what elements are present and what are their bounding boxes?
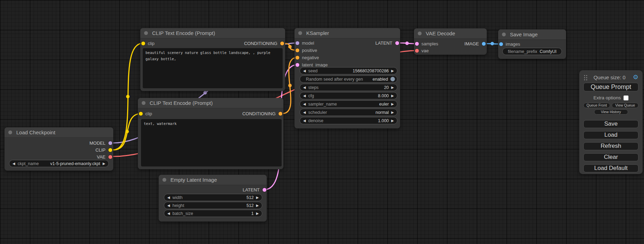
port-label: negative	[302, 55, 319, 60]
port-dot-negative-input[interactable]	[295, 56, 299, 60]
increment-arrow-icon[interactable]: ▶	[391, 86, 394, 89]
decrement-arrow-icon[interactable]: ◀	[303, 111, 306, 114]
port-dot-latent-output[interactable]	[263, 188, 266, 192]
decrement-arrow-icon[interactable]: ◀	[303, 102, 306, 106]
node-title-bar[interactable]: CLIP Text Encode (Prompt)	[138, 98, 283, 108]
node-title-bar[interactable]: Save Image	[498, 29, 566, 40]
increment-arrow-icon[interactable]: ▶	[256, 204, 259, 207]
widget-random-seed-toggle[interactable]: Random seed after every gen enabled	[300, 75, 397, 83]
widget-scheduler[interactable]: ◀ scheduler normal ▶	[300, 109, 397, 116]
widget-batch-size[interactable]: ◀ batch_size 1 ▶	[164, 210, 262, 217]
node-title-label: VAE Decode	[426, 30, 455, 36]
increment-arrow-icon[interactable]: ▶	[391, 119, 394, 123]
widget-value: v1-5-pruned-emaonly.ckpt	[50, 161, 100, 166]
widget-filename-prefix[interactable]: filename_prefix ComfyUI	[502, 48, 562, 55]
node-title-label: Save Image	[510, 31, 538, 37]
node-vae-decode[interactable]: VAE Decode samples vae IMAGE	[414, 28, 487, 55]
increment-arrow-icon[interactable]: ▶	[256, 212, 259, 215]
port-dot-images-input[interactable]	[499, 42, 503, 46]
port-dot-latent-image-input[interactable]	[295, 63, 299, 67]
port-dot-samples-input[interactable]	[415, 42, 419, 46]
node-title-bar[interactable]: CLIP Text Encode (Prompt)	[140, 28, 285, 38]
increment-arrow-icon[interactable]: ▶	[391, 111, 394, 114]
link-dot	[288, 45, 292, 48]
port-dot-clip-output[interactable]	[108, 148, 112, 152]
collapse-dot-icon[interactable]	[142, 101, 145, 105]
widget-sampler-name[interactable]: ◀ sampler_name euler ▶	[300, 100, 397, 108]
collapse-dot-icon[interactable]	[418, 31, 422, 35]
increment-arrow-icon[interactable]: ▶	[391, 94, 394, 98]
decrement-arrow-icon[interactable]: ◀	[167, 212, 170, 215]
widget-seed[interactable]: ◀ seed 156680208700286 ▶	[300, 67, 397, 74]
port-dot-conditioning-output[interactable]	[279, 112, 282, 116]
increment-arrow-icon[interactable]: ▶	[103, 162, 105, 165]
decrement-arrow-icon[interactable]: ◀	[303, 119, 306, 123]
widget-width[interactable]: ◀ width 512 ▶	[164, 194, 262, 201]
node-clip-text-encode-positive[interactable]: CLIP Text Encode (Prompt) clip CONDITION…	[140, 28, 285, 91]
prompt-textarea[interactable]: text, watermark	[141, 119, 282, 166]
collapse-dot-icon[interactable]	[298, 31, 302, 35]
widget-height[interactable]: ◀ height 512 ▶	[164, 202, 262, 209]
node-clip-text-encode-negative[interactable]: CLIP Text Encode (Prompt) clip CONDITION…	[138, 98, 283, 169]
clear-button[interactable]: Clear	[583, 153, 638, 161]
node-graph-canvas[interactable]: Load Checkpoint MODEL CLIP VAE ◀ ckpt_na…	[0, 0, 644, 244]
node-title-bar[interactable]: Load Checkpoint	[5, 127, 113, 138]
decrement-arrow-icon[interactable]: ◀	[167, 196, 170, 199]
port-dot-model-output[interactable]	[108, 141, 112, 145]
refresh-button[interactable]: Refresh	[583, 142, 638, 150]
widget-value: 20	[384, 85, 389, 90]
extra-options-checkbox[interactable]	[624, 96, 628, 100]
widget-name: seed	[308, 69, 318, 73]
node-title-label: Empty Latent Image	[170, 177, 217, 183]
port-dot-clip-input[interactable]	[141, 42, 145, 45]
port-dot-vae-input[interactable]	[415, 49, 419, 53]
node-title-bar[interactable]: Empty Latent Image	[159, 175, 267, 185]
port-dot-positive-input[interactable]	[295, 48, 299, 52]
decrement-arrow-icon[interactable]: ◀	[12, 162, 15, 165]
node-title-bar[interactable]: VAE Decode	[414, 28, 487, 39]
queue-front-button[interactable]: Queue Front	[583, 103, 610, 108]
collapse-dot-icon[interactable]	[162, 178, 166, 182]
decrement-arrow-icon[interactable]: ◀	[303, 94, 306, 98]
load-button[interactable]: Load	[583, 131, 638, 139]
view-history-button[interactable]: View History	[594, 109, 628, 115]
queue-size-label: Queue size: 0	[586, 74, 633, 80]
widget-name: ckpt_name	[18, 161, 39, 166]
widget-steps[interactable]: ◀ steps 20 ▶	[300, 84, 397, 91]
collapse-dot-icon[interactable]	[8, 130, 12, 134]
increment-arrow-icon[interactable]: ▶	[391, 102, 394, 106]
port-label: VAE	[97, 154, 105, 160]
node-ksampler[interactable]: KSampler model positive negative latent_…	[294, 28, 400, 128]
widget-ckpt-name[interactable]: ◀ ckpt_name v1-5-pruned-emaonly.ckpt ▶	[9, 160, 109, 167]
settings-gear-icon[interactable]: ⚙	[633, 74, 638, 80]
collapse-dot-icon[interactable]	[502, 33, 506, 36]
widget-cfg[interactable]: ◀ cfg 8.000 ▶	[300, 92, 397, 99]
node-empty-latent-image[interactable]: Empty Latent Image LATENT ◀ width 512 ▶ …	[159, 175, 267, 222]
load-default-button[interactable]: Load Default	[583, 164, 638, 172]
drag-handle-icon[interactable]	[584, 75, 585, 76]
increment-arrow-icon[interactable]: ▶	[256, 196, 259, 199]
node-title-label: CLIP Text Encode (Prompt)	[150, 100, 213, 106]
save-button[interactable]: Save	[583, 120, 638, 128]
decrement-arrow-icon[interactable]: ◀	[167, 204, 170, 207]
node-title-bar[interactable]: KSampler	[294, 28, 400, 38]
port-dot-clip-input[interactable]	[139, 112, 143, 116]
collapse-dot-icon[interactable]	[144, 31, 148, 35]
increment-arrow-icon[interactable]: ▶	[391, 69, 394, 73]
toggle-on-icon[interactable]	[390, 77, 395, 81]
widget-denoise[interactable]: ◀ denoise 1.000 ▶	[300, 117, 397, 124]
prompt-textarea[interactable]: beautiful scenery nature glass bottle la…	[143, 48, 283, 88]
port-dot-vae-output[interactable]	[108, 155, 112, 159]
port-dot-image-output[interactable]	[482, 42, 486, 46]
port-dot-latent-output[interactable]	[395, 41, 399, 45]
queue-prompt-button[interactable]: Queue Prompt	[583, 83, 638, 91]
node-load-checkpoint[interactable]: Load Checkpoint MODEL CLIP VAE ◀ ckpt_na…	[5, 127, 113, 171]
port-label: LATENT	[243, 187, 260, 192]
node-save-image[interactable]: Save Image images filename_prefix ComfyU…	[498, 29, 566, 59]
widget-name: steps	[308, 85, 319, 90]
port-dot-conditioning-output[interactable]	[280, 42, 284, 45]
decrement-arrow-icon[interactable]: ◀	[303, 69, 306, 73]
port-dot-model-input[interactable]	[295, 41, 299, 45]
decrement-arrow-icon[interactable]: ◀	[303, 86, 306, 89]
view-queue-button[interactable]: View Queue	[612, 103, 638, 108]
